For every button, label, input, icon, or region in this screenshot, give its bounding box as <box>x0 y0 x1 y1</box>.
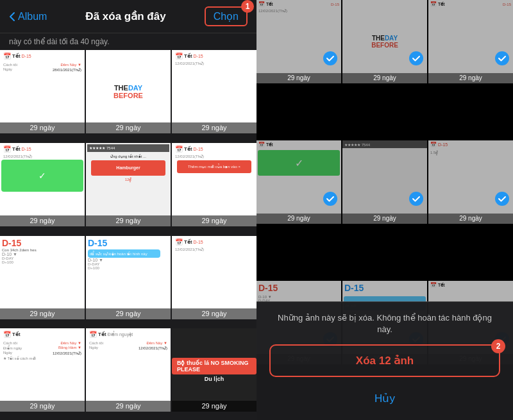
grid-item[interactable]: 📅 Tết D-15 12/02/2021(Thứ) ✓ 29 ngày <box>0 143 85 226</box>
grid-item[interactable]: D-15 đổ sức sự kiện hoàn tất hình này D-… <box>86 236 171 319</box>
chon-button[interactable]: Chọn 1 <box>205 6 248 26</box>
item-label: 29 ngày <box>86 401 171 412</box>
right-panel: 📅 Tết D-15 12/02/2021(Thứ) 29 ngày THEDA… <box>256 0 513 420</box>
info-text: này có thể dài tối đa 40 ngày. <box>0 33 256 50</box>
grid-item[interactable]: 📅 Tết D-15 12/02/2021(Thứ) 29 ngày <box>172 236 256 319</box>
right-grid-item[interactable]: 📅 Tết D-15 29 ngày <box>428 0 513 83</box>
left-panel: Album Đã xóa gần đây Chọn 1 này có thể d… <box>0 0 256 420</box>
item-label: 29 ngày <box>0 215 85 226</box>
check-circle <box>495 192 509 206</box>
item-label: 29 ngày <box>0 401 85 412</box>
grid-item[interactable]: 📅 Tết Cách tôiĐêm Này ▼ Điểm ngàyBăng Hà… <box>0 328 85 412</box>
header: Album Đã xóa gần đây Chọn 1 <box>0 0 256 33</box>
grid-item[interactable]: Bộ thuốc lá NO SMOKING PLEASE Du lịch 29… <box>172 328 256 412</box>
check-circle <box>409 192 423 206</box>
item-label: 29 ngày <box>172 308 256 319</box>
item-label: 29 ngày <box>342 214 427 224</box>
item-label: 29 ngày <box>86 308 171 319</box>
cancel-button[interactable]: Hủy <box>269 383 500 414</box>
item-label: 29 ngày <box>428 214 513 224</box>
grid-item[interactable]: D-15 Con 34ch 2dem hes D-10 ▼ D-DAY D+10… <box>0 236 85 319</box>
check-circle <box>323 192 337 206</box>
item-label: 29 ngày <box>172 122 256 133</box>
item-label: 29 ngày <box>172 215 256 226</box>
item-label: 29 ngày <box>0 122 85 133</box>
photo-grid: 📅 Tết D-15 Cách tôiĐêm Này ▼ Ngày28/01/2… <box>0 50 256 420</box>
right-grid-item[interactable]: 📅 D-15 1.5₫ 29 ngày <box>428 140 513 224</box>
check-circle <box>323 51 337 65</box>
right-grid-item[interactable]: ★★★★★ 7544 29 ngày <box>342 140 427 224</box>
delete-button[interactable]: Xóa 12 ảnh 2 <box>269 344 500 377</box>
check-circle <box>495 51 509 65</box>
item-label: 29 ngày <box>86 122 171 133</box>
item-label: 29 ngày <box>428 73 513 83</box>
grid-item[interactable]: 📅 Tết D-15 12/02/2021(Thứ) Thêm mục mới … <box>172 143 256 226</box>
right-grid-item[interactable]: 📅 Tết D-15 12/02/2021(Thứ) 29 ngày <box>256 0 341 83</box>
grid-item[interactable]: 📅 Tết D-15 12/02/2021(Thứ) 29 ngày <box>172 50 256 133</box>
back-button[interactable]: Album <box>9 11 47 22</box>
right-grid-item[interactable]: 📅 Tết ✓ 29 ngày <box>256 140 341 224</box>
dialog-text: Những ảnh này sẽ bị xóa. Không thể hoàn … <box>269 312 500 335</box>
check-circle <box>409 51 423 65</box>
grid-item[interactable]: THEDAY BEFORE 29 ngày <box>86 50 171 133</box>
back-label: Album <box>18 11 47 22</box>
grid-item[interactable]: ★★★★★ 7544 ứng dụng tốt nhất ... Hamburg… <box>86 143 171 226</box>
badge-1: 1 <box>241 0 254 13</box>
bottom-dialog: Những ảnh này sẽ bị xóa. Không thể hoàn … <box>256 301 513 420</box>
item-label: 29 ngày <box>86 215 171 226</box>
item-label: 29 ngày <box>256 73 341 83</box>
grid-item[interactable]: 📅 Tết D-15 Cách tôiĐêm Này ▼ Ngày28/01/2… <box>0 50 85 133</box>
badge-2: 2 <box>491 339 505 353</box>
page-title: Đã xóa gần đây <box>85 10 165 23</box>
item-label: 29 ngày <box>172 401 256 412</box>
item-label: 29 ngày <box>342 73 427 83</box>
item-label: 29 ngày <box>256 214 341 224</box>
grid-item[interactable]: 📅 Tết Điểm nguyệt Cách tôiĐêm Này ▼ Ngày… <box>86 328 171 412</box>
item-label: 29 ngày <box>0 308 85 319</box>
right-grid-item[interactable]: THEDAY BEFORE 29 ngày <box>342 0 427 83</box>
